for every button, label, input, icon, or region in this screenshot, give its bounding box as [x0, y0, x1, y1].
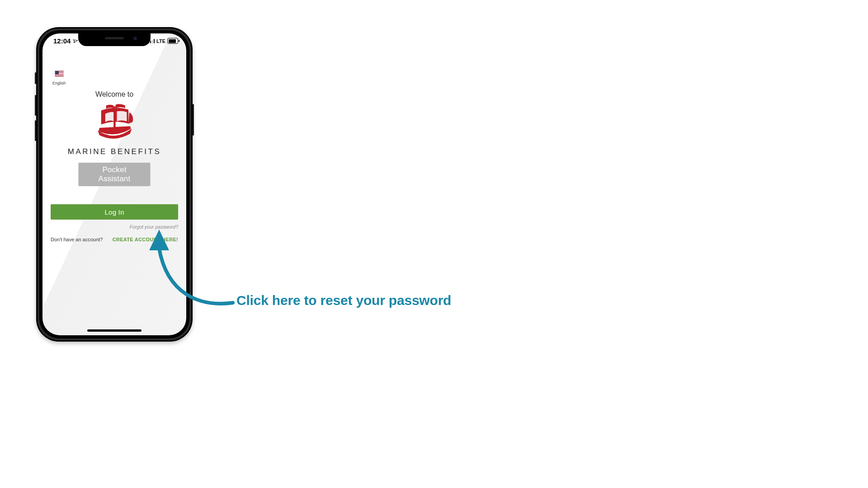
log-in-button[interactable]: Log In — [51, 204, 178, 220]
status-time: 12:04 — [53, 37, 71, 45]
battery-icon — [167, 38, 178, 44]
phone-volume-up-button — [35, 95, 36, 116]
callout-text: Click here to reset your password — [236, 293, 451, 308]
phone-screen: 12:04 LTE English — [42, 33, 186, 335]
phone-notch — [78, 33, 151, 46]
phone-mockup: 12:04 LTE English — [36, 27, 193, 342]
phone-body: 12:04 LTE English — [36, 27, 193, 342]
brand-ship-logo-icon — [94, 103, 135, 144]
no-account-text: Don't have an account? — [51, 237, 103, 242]
welcome-text: Welcome to — [42, 90, 186, 99]
create-account-row: Don't have an account? CREATE ACCOUNT HE… — [51, 237, 178, 242]
brand-title: MARINE BENEFITS — [42, 147, 186, 156]
phone-silence-switch — [35, 72, 36, 84]
language-label: English — [52, 81, 66, 85]
home-indicator — [87, 329, 142, 332]
pocket-assistant-button[interactable]: Pocket Assistant — [79, 163, 151, 186]
network-type-label: LTE — [156, 38, 165, 44]
create-account-link[interactable]: CREATE ACCOUNT HERE! — [113, 237, 178, 242]
phone-volume-down-button — [35, 120, 36, 141]
us-flag-icon — [55, 70, 64, 77]
app-root: English Welcome to — [42, 47, 186, 335]
forgot-password-link[interactable]: Forgot your password? — [130, 224, 178, 230]
phone-power-button — [193, 104, 194, 136]
document-canvas: 12:04 LTE English — [0, 0, 868, 488]
language-selector[interactable]: English — [52, 70, 66, 86]
